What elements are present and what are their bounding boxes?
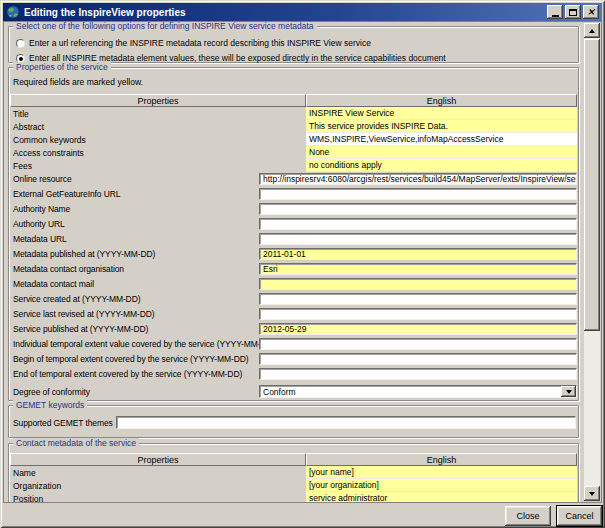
contact-metadata-group: Contact metadata of the service Properti…: [8, 443, 579, 503]
up-arrow-icon: [589, 29, 595, 33]
field-label-service-published-at-yyyy-mm-dd: Service published at (YYYY-MM-DD): [10, 323, 259, 335]
property-value-organization[interactable]: [your organization]: [306, 479, 577, 492]
column-header-properties[interactable]: Properties: [10, 94, 306, 107]
gemet-keywords-group: GEMET keywords Supported GEMET themes: [8, 405, 579, 438]
property-value-fees[interactable]: no conditions apply: [306, 159, 577, 172]
degree-of-conformity-label: Degree of conformity: [10, 385, 259, 398]
field-label-authority-url: Authority URL: [10, 218, 259, 230]
input-metadata-contact-mail[interactable]: [259, 278, 577, 290]
group-title-gemet: GEMET keywords: [13, 400, 87, 411]
input-service-created-at-yyyy-mm-dd[interactable]: [259, 293, 577, 305]
table-row: Organization[your organization]: [10, 479, 577, 492]
field-row: Service created at (YYYY-MM-DD): [10, 293, 577, 305]
close-window-button[interactable]: ×: [583, 5, 599, 19]
maximize-icon: [569, 9, 577, 16]
field-row: Metadata contact organisationEsri: [10, 263, 577, 275]
service-field-list: Online resourcehttp://inspiresrv4:6080/a…: [10, 173, 577, 383]
property-value-title[interactable]: INSPIRE View Service: [306, 107, 577, 120]
radio-button-icon[interactable]: [16, 39, 25, 48]
degree-of-conformity-select[interactable]: Conform: [259, 385, 577, 398]
field-row: Service last revised at (YYYY-MM-DD): [10, 308, 577, 320]
property-label-fees: Fees: [10, 159, 306, 172]
input-metadata-published-at-yyyy-mm-dd[interactable]: 2011-01-01: [259, 248, 577, 260]
input-metadata-contact-organisation[interactable]: Esri: [259, 263, 577, 275]
close-icon: ×: [587, 7, 595, 17]
table-row: Positionservice administrator: [10, 492, 577, 503]
selected-conformity-value: Conform: [260, 386, 561, 397]
field-label-authority-name: Authority Name: [10, 203, 259, 215]
scroll-down-button[interactable]: [584, 486, 600, 501]
field-row: Metadata URL: [10, 233, 577, 245]
metadata-options-group: Select one of the following options for …: [8, 26, 579, 63]
group-title-contact: Contact metadata of the service: [13, 438, 139, 449]
degree-of-conformity-row: Degree of conformity Conform: [10, 385, 577, 398]
cancel-button[interactable]: Cancel: [556, 505, 603, 527]
dialog-window: Editing the InspireView properties × Sel…: [0, 0, 605, 528]
field-row: Metadata contact mail: [10, 278, 577, 290]
field-row: Individual temporal extent value covered…: [10, 338, 577, 350]
column-header-properties[interactable]: Properties: [10, 453, 306, 466]
input-service-last-revised-at-yyyy-mm-dd[interactable]: [259, 308, 577, 320]
input-authority-url[interactable]: [259, 218, 577, 230]
panel-content: Select one of the following options for …: [4, 22, 584, 502]
table-row: Feesno conditions apply: [10, 159, 577, 172]
gemet-themes-label: Supported GEMET themes: [13, 418, 113, 428]
input-external-getfeatureinfo-url[interactable]: [259, 188, 577, 200]
dropdown-button[interactable]: [561, 386, 576, 397]
column-header-english[interactable]: English: [306, 453, 577, 466]
table-row: Name[your name]: [10, 466, 577, 479]
property-value-abstract[interactable]: This service provides INSPIRE Data.: [306, 120, 577, 133]
group-title-options: Select one of the following options for …: [13, 21, 317, 32]
property-value-access-constraints[interactable]: None: [306, 146, 577, 159]
table-row: AbstractThis service provides INSPIRE Da…: [10, 120, 577, 133]
required-fields-note: Required fields are marked yellow.: [13, 77, 143, 87]
field-row: Authority URL: [10, 218, 577, 230]
property-value-position[interactable]: service administrator: [306, 492, 577, 503]
contact-table: PropertiesEnglish Name[your name]Organiz…: [10, 453, 577, 503]
field-row: Online resourcehttp://inspiresrv4:6080/a…: [10, 173, 577, 185]
property-label-access-constraints: Access constraints: [10, 146, 306, 159]
scroll-up-button[interactable]: [584, 23, 600, 38]
vertical-scrollbar[interactable]: [584, 23, 600, 501]
property-label-organization: Organization: [10, 479, 306, 492]
globe-icon: [6, 5, 20, 19]
property-value-common-keywords[interactable]: WMS,INSPIRE,ViewService,infoMapAccessSer…: [306, 133, 577, 146]
input-service-published-at-yyyy-mm-dd[interactable]: 2012-05-29: [259, 323, 577, 335]
property-label-common-keywords: Common keywords: [10, 133, 306, 146]
input-end-of-temporal-extent-covered-by-the-service-yy[interactable]: [259, 368, 577, 380]
input-individual-temporal-extent-value-covered-by-the-[interactable]: [259, 338, 577, 350]
gemet-themes-row: Supported GEMET themes: [13, 416, 576, 429]
field-label-individual-temporal-extent-value-covered-by-the-: Individual temporal extent value covered…: [10, 338, 259, 350]
radio-option-url-reference[interactable]: Enter a url referencing the INSPIRE meta…: [16, 37, 371, 49]
field-label-metadata-contact-mail: Metadata contact mail: [10, 278, 259, 290]
column-header-english[interactable]: English: [306, 94, 577, 107]
input-authority-name[interactable]: [259, 203, 577, 215]
close-dialog-button[interactable]: Close: [505, 506, 551, 526]
maximize-button[interactable]: [565, 5, 581, 19]
field-label-online-resource: Online resource: [10, 173, 259, 185]
input-online-resource[interactable]: http://inspiresrv4:6080/arcgis/rest/serv…: [259, 173, 577, 185]
table-row: Common keywordsWMS,INSPIRE,ViewService,i…: [10, 133, 577, 146]
input-metadata-url[interactable]: [259, 233, 577, 245]
field-row: Metadata published at (YYYY-MM-DD)2011-0…: [10, 248, 577, 260]
scrollbar-thumb[interactable]: [584, 39, 600, 331]
property-label-position: Position: [10, 492, 306, 503]
supported-gemet-themes-input[interactable]: [116, 416, 576, 429]
field-label-metadata-contact-organisation: Metadata contact organisation: [10, 263, 259, 275]
table-header-row: PropertiesEnglish: [10, 94, 577, 107]
field-row: End of temporal extent covered by the se…: [10, 368, 577, 380]
field-row: Begin of temporal extent covered by the …: [10, 353, 577, 365]
property-value-name[interactable]: [your name]: [306, 466, 577, 479]
titlebar[interactable]: Editing the InspireView properties ×: [3, 3, 602, 21]
field-label-begin-of-temporal-extent-covered-by-the-service-: Begin of temporal extent covered by the …: [10, 353, 259, 365]
input-begin-of-temporal-extent-covered-by-the-service-[interactable]: [259, 353, 577, 365]
property-label-abstract: Abstract: [10, 120, 306, 133]
minimize-button[interactable]: [547, 5, 563, 19]
field-row: Service published at (YYYY-MM-DD)2012-05…: [10, 323, 577, 335]
scroll-panel: Select one of the following options for …: [3, 21, 602, 503]
service-properties-group: Properties of the service Required field…: [8, 67, 579, 401]
field-label-service-created-at-yyyy-mm-dd: Service created at (YYYY-MM-DD): [10, 293, 259, 305]
field-label-external-getfeatureinfo-url: External GetFeatureInfo URL: [10, 188, 259, 200]
table-body: Name[your name]Organization[your organiz…: [10, 466, 577, 503]
field-row: Authority Name: [10, 203, 577, 215]
